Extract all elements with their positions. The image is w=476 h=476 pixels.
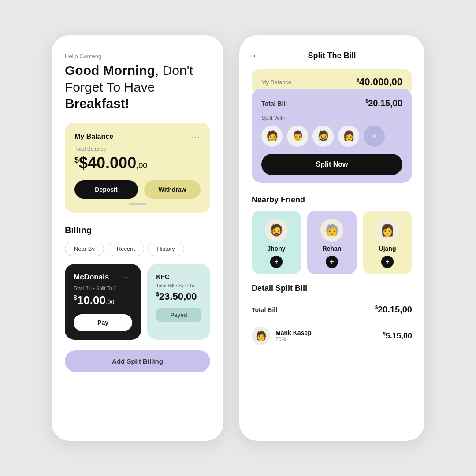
add-split-billing-button[interactable]: Add Split Billing [65, 350, 210, 372]
greeting-main: Good Morning, Don't Forget To Have Break… [65, 62, 210, 112]
right-phone: ← Split The Bill My Balance $40.000,00 T… [239, 35, 424, 441]
balance-actions: Deposit Withdraw [74, 180, 201, 199]
balance-card-title: My Balance [74, 133, 113, 141]
bill-card-dark-header: McDonals ··· [74, 273, 132, 282]
friend-name-jhony: Jhony [267, 245, 285, 252]
my-balance-label: My Balance [261, 79, 291, 86]
bill-card-kfc: KFC Total Bill • Split To $23.50,00 Paye… [147, 264, 210, 340]
payed-button[interactable]: Payed [156, 308, 201, 322]
page-title: Split The Bill [308, 51, 356, 60]
detail-split-section: Detail Split Bill Total Bill $20.15,00 🧑… [252, 284, 412, 345]
split-with-label: Split With [261, 115, 402, 121]
deposit-button[interactable]: Deposit [74, 180, 138, 199]
detail-total-amount: $20.15,00 [375, 305, 412, 315]
detail-person-pct: 20% [275, 336, 378, 342]
friend-avatar-ujang: 👩 [376, 219, 399, 242]
my-balance-amount: $40.000,00 [356, 76, 402, 88]
balance-card: My Balance ··· Total Balance $$40.000,00… [65, 123, 210, 213]
detail-person-avatar: 🧑 [252, 327, 270, 345]
left-phone: Hello Ganteng Good Morning, Don't Forget… [52, 35, 223, 441]
tab-history[interactable]: History [148, 242, 184, 256]
greeting-sub: Hello Ganteng [65, 53, 210, 60]
balance-amount: $$40.000,00 [74, 154, 201, 172]
split-total-label: Total Bill [261, 100, 287, 107]
detail-total-row: Total Bill $20.15,00 [252, 299, 412, 320]
friend-card-ujang: 👩 Ujang + [363, 211, 412, 274]
pay-button[interactable]: Pay [74, 314, 132, 331]
add-avatar-button[interactable]: + [364, 126, 385, 147]
bill-card-mcdonals: McDonals ··· Total Bill • Split To 2 $10… [65, 264, 141, 340]
friend-add-ujang[interactable]: + [381, 256, 394, 268]
kfc-name: KFC [156, 273, 201, 280]
right-header: ← Split The Bill [252, 51, 412, 60]
split-card-wrapper: My Balance $40.000,00 Total Bill $20.15,… [252, 69, 412, 183]
detail-split-title: Detail Split Bill [252, 284, 412, 293]
friend-card-rehan: 🧓 Rehan + [307, 211, 357, 274]
kfc-meta: Total Bill • Split To [156, 283, 201, 288]
friend-add-rehan[interactable]: + [326, 256, 338, 268]
detail-total-label: Total Bill [252, 306, 277, 313]
friend-avatar-jhony: 🧔 [265, 219, 288, 242]
back-button[interactable]: ← [252, 51, 260, 61]
tab-nearby[interactable]: Near By [65, 242, 104, 256]
balance-menu-icon[interactable]: ··· [191, 132, 201, 141]
avatar-1: 🧑 [261, 126, 283, 147]
split-total-amount: $20.15,00 [365, 98, 402, 108]
indicator-dot [129, 203, 146, 205]
avatar-4: 👩 [338, 126, 359, 147]
friend-name-rehan: Rehan [323, 245, 342, 252]
detail-person-amount: $5.15,00 [383, 331, 412, 341]
mcdonals-meta: Total Bill • Split To 2 [74, 286, 132, 291]
nearby-title: Nearby Friend [252, 195, 412, 205]
split-detail-card: Total Bill $20.15,00 Split With 🧑 👨 🧔 👩 … [252, 89, 412, 183]
avatar-2: 👨 [287, 126, 308, 147]
detail-person-info: Mank Kasep 20% [275, 329, 378, 342]
mcdonals-menu-icon[interactable]: ··· [123, 273, 132, 282]
withdraw-button[interactable]: Withdraw [144, 180, 201, 199]
nearby-friends: 🧔 Jhony + 🧓 Rehan + 👩 Ujang + [252, 211, 412, 274]
card-indicator [74, 203, 201, 205]
friend-name-ujang: Ujang [379, 245, 396, 252]
detail-person-name: Mank Kasep [275, 329, 378, 336]
billing-tabs: Near By Recent History [65, 242, 210, 256]
split-now-button[interactable]: Split Now [261, 154, 402, 175]
greeting-bold: Good Morning [65, 63, 155, 78]
balance-card-header: My Balance ··· [74, 132, 201, 141]
split-total-row: Total Bill $20.15,00 [261, 98, 402, 108]
billing-title: Billing [65, 225, 210, 235]
friend-card-jhony: 🧔 Jhony + [252, 211, 301, 274]
friend-avatar-rehan: 🧓 [320, 219, 343, 242]
billing-cards: McDonals ··· Total Bill • Split To 2 $10… [65, 264, 210, 340]
total-balance-label: Total Balance [74, 146, 201, 152]
avatar-3: 🧔 [312, 126, 334, 147]
mcdonals-amount: $10.00,00 [74, 294, 132, 307]
friend-add-jhony[interactable]: + [270, 256, 283, 268]
detail-person-row: 🧑 Mank Kasep 20% $5.15,00 [252, 327, 412, 345]
tab-recent[interactable]: Recent [108, 242, 144, 256]
mcdonals-name: McDonals [74, 273, 109, 282]
split-avatars: 🧑 👨 🧔 👩 + [261, 126, 402, 147]
kfc-amount: $23.50,00 [156, 291, 201, 302]
